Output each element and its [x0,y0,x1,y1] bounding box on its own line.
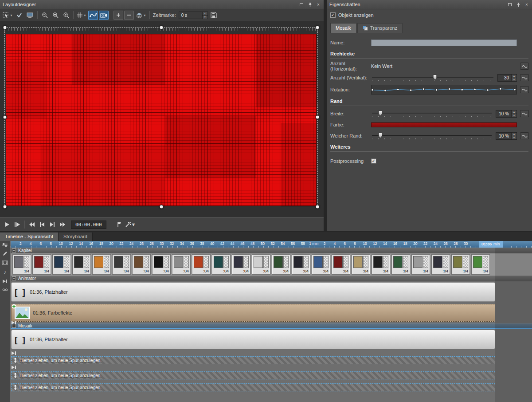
audio-track-icon[interactable]: ♪ [4,269,6,275]
save-icon[interactable] [209,11,219,20]
new-track-dropzone[interactable]: Hierher ziehen, um neue Spur anzulegen. [11,383,495,391]
skip-forward-button[interactable] [58,220,67,229]
clip-farbeffekte[interactable]: 01:36, Farbeffekte [11,304,495,322]
close-icon[interactable]: × [316,2,321,7]
mosaic-preview[interactable] [6,34,317,206]
clip-thumbnail[interactable]: :04 [432,255,450,274]
float-window-icon[interactable] [507,2,512,7]
set-timemark-button[interactable] [115,220,124,229]
clip-thumbnail[interactable]: :04 [73,255,90,274]
clip-thumbnail[interactable]: :04 [292,255,310,274]
clip-thumbnail[interactable]: :04 [93,255,110,274]
clip-thumbnail[interactable]: :04 [232,255,250,274]
selection-handle-top-left[interactable] [3,26,7,30]
animate-curve-button[interactable] [520,110,529,117]
name-input[interactable] [371,39,517,46]
rotation-curve[interactable] [371,85,517,95]
track-header-mosaik[interactable]: Mosaik [11,323,532,329]
tab-mosaik[interactable]: Mosaik [330,23,356,33]
skip-back-button[interactable] [27,220,36,229]
float-window-icon[interactable] [299,2,304,7]
clip-thumbnail[interactable]: :04 [172,255,190,274]
close-icon[interactable]: × [524,2,529,7]
selection-handle-bottom-left[interactable] [3,205,7,209]
postprocessing-checkbox[interactable]: ✓ [371,158,376,164]
go-to-start-button[interactable] [38,220,47,229]
spin-up-button[interactable]: ▲ [512,133,516,136]
jump-marker-icon[interactable] [11,365,17,370]
selection-handle-middle-left[interactable] [3,115,7,119]
animate-curve-button[interactable] [520,74,529,81]
timeline-ruler[interactable]: 2468101214161820222426283032343638404244… [11,241,532,248]
spin-down-button[interactable]: ▼ [512,78,516,81]
grid-options-button[interactable]: ▼ [76,11,87,20]
clip-thumbnail[interactable]: :04 [212,255,230,274]
selection-handle-bottom-center[interactable] [159,205,163,209]
add-effect-icon[interactable] [12,304,16,309]
layoutdesigner-titlebar[interactable]: Layoutdesigner × [0,0,324,9]
remove-frame-button[interactable] [124,11,134,20]
play-button[interactable] [3,220,12,229]
clip-thumbnail[interactable]: :04 [113,255,130,274]
animate-curve-button[interactable] [520,132,529,139]
layout-canvas[interactable] [0,21,324,217]
spin-up-button[interactable]: ▲ [512,110,516,114]
pin-icon[interactable] [307,2,313,7]
selection-handle-middle-right[interactable] [316,115,320,119]
track-header-kapitel[interactable]: Kapitel [11,248,532,253]
collapse-track-icon[interactable] [12,248,16,252]
animate-curve-button[interactable] [520,86,529,93]
transform-tool-button[interactable]: ▼ [2,11,14,20]
apply-check-icon[interactable] [15,11,24,20]
go-to-end-button[interactable] [48,220,57,229]
anzahl-vertikal-spinbox[interactable]: 30 ▲▼ [497,74,517,82]
clip-thumbnail[interactable]: :04 [412,255,430,274]
clip-platzhalter-animator[interactable]: [ ] 01:36, Platzhalter [11,282,495,302]
spin-down-button[interactable]: ▼ [512,136,516,139]
tab-transparenz[interactable]: Transparenz [357,23,403,33]
track-header-animator[interactable]: Animator [11,276,532,281]
video-track-icon[interactable] [2,260,8,265]
clip-thumbnail[interactable]: :04 [472,255,489,274]
effects-wand-button[interactable]: ▼ [125,220,136,229]
zeitmarke-down-button[interactable]: ▼ [203,16,207,19]
clip-thumbnail[interactable]: :04 [392,255,410,274]
clip-thumbnail[interactable]: :04 [332,255,350,274]
clip-thumbnail[interactable]: :04 [272,255,290,274]
new-track-dropzone[interactable]: Hierher ziehen, um neue Spur anzulegen. [11,356,495,364]
breite-spinbox[interactable]: 10 % ▲▼ [496,110,517,118]
jump-marker-icon[interactable] [11,320,17,325]
link-tracks-icon[interactable] [2,288,8,292]
motion-path-toggle[interactable] [88,11,98,20]
clip-thumbnail[interactable]: :04 [372,255,390,274]
selection-handle-top-center[interactable] [159,26,163,30]
tab-storyboard[interactable]: Storyboard [59,233,93,241]
zeitmarke-spinbox[interactable]: 0 s ▲▼ [179,12,208,19]
animate-curve-button[interactable] [520,63,529,70]
insert-track-icon[interactable] [2,279,8,284]
edit-pencil-icon[interactable] [2,251,8,256]
breite-slider[interactable] [372,110,492,117]
collapse-track-icon[interactable] [12,276,16,280]
clip-thumbnail[interactable]: :04 [133,255,150,274]
clip-thumbnail[interactable]: :04 [352,255,370,274]
spin-down-button[interactable]: ▼ [512,114,516,117]
add-frame-button[interactable] [113,11,123,20]
clip-thumbnail[interactable]: :04 [452,255,469,274]
anzahl-vertikal-slider[interactable] [372,75,493,81]
tab-timeline-spuransicht[interactable]: Timeline - Spuransicht [0,233,59,241]
clip-thumbnail[interactable]: :04 [13,255,31,274]
jump-marker-icon[interactable] [11,351,17,355]
zeitmarke-up-button[interactable]: ▲ [203,12,207,16]
zoom-out-icon[interactable] [40,11,50,20]
clip-thumbnail[interactable]: :04 [312,255,330,274]
selection-handle-top-right[interactable] [316,26,320,30]
pin-icon[interactable] [516,2,521,7]
clip-thumbnail[interactable]: :04 [252,255,270,274]
selection-handle-bottom-right[interactable] [316,205,320,209]
object-selection-frame[interactable] [4,27,318,207]
clip-thumbnail[interactable]: :04 [192,255,210,274]
show-object-checkbox[interactable]: ✓ [330,12,336,18]
color-swatch[interactable] [371,122,517,127]
weicher-rand-spinbox[interactable]: 10 % ▲▼ [496,132,517,140]
